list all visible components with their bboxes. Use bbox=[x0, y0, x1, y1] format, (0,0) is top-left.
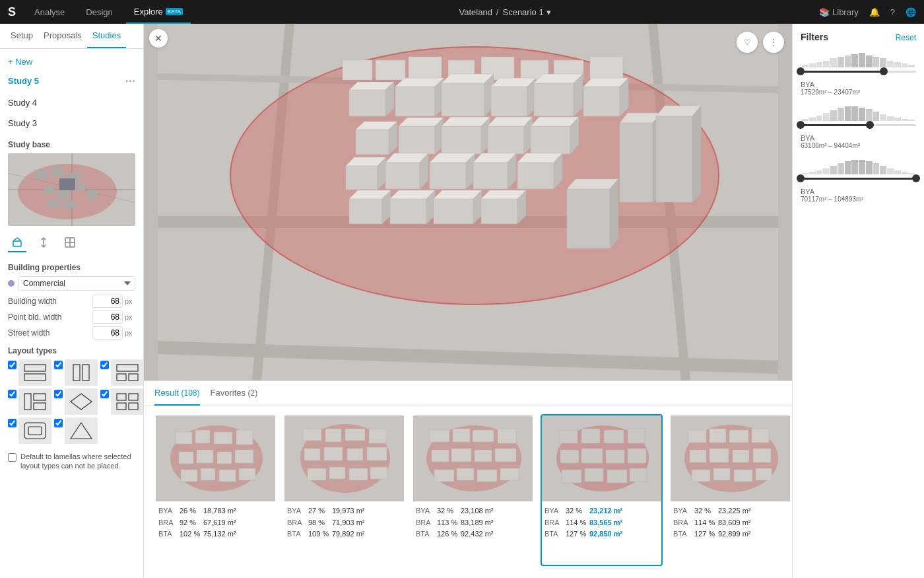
result-card-2[interactable]: BYA32 %23,108 m² BRA113 %83,189 m² BTA12… bbox=[412, 414, 534, 566]
nav-analyse[interactable]: Analyse bbox=[26, 0, 73, 24]
layout-checkbox-2[interactable] bbox=[100, 361, 109, 369]
svg-rect-185 bbox=[733, 450, 749, 462]
favorite-button[interactable]: ♡ bbox=[737, 32, 758, 53]
more-options-button[interactable]: ⋮ bbox=[763, 32, 784, 53]
results-grid: BYA26 %18,783 m² BRA92 %67,619 m² BTA102… bbox=[144, 406, 792, 574]
study-item-5[interactable]: Study 5 ⋯ bbox=[8, 69, 135, 92]
svg-rect-143 bbox=[347, 449, 363, 460]
result-card-img-1 bbox=[284, 415, 404, 501]
view-height-icon[interactable] bbox=[34, 234, 53, 252]
svg-marker-119 bbox=[567, 179, 618, 189]
building-type-color bbox=[8, 280, 15, 287]
svg-rect-45 bbox=[376, 60, 405, 80]
svg-rect-127 bbox=[179, 452, 193, 464]
svg-rect-22 bbox=[73, 365, 80, 380]
scenario-selector[interactable]: Scenario 1 ▾ bbox=[502, 7, 550, 17]
building-width-input[interactable] bbox=[92, 295, 123, 308]
study-menu-dots[interactable]: ⋯ bbox=[125, 75, 135, 87]
library-button[interactable]: 📚 Library bbox=[819, 7, 859, 17]
close-panel-button[interactable]: ✕ bbox=[149, 29, 168, 48]
layout-checkbox-6[interactable] bbox=[8, 419, 16, 427]
svg-rect-28 bbox=[34, 394, 46, 400]
layout-item-4 bbox=[54, 388, 98, 415]
new-study-button[interactable]: + New bbox=[8, 54, 135, 69]
building-width-unit: px bbox=[125, 297, 135, 305]
svg-rect-134 bbox=[239, 468, 255, 480]
notifications-button[interactable]: 🔔 bbox=[869, 7, 880, 17]
study-base-map[interactable] bbox=[8, 153, 135, 226]
svg-rect-174 bbox=[585, 468, 603, 482]
map-area[interactable]: ✕ bbox=[144, 24, 792, 380]
tab-setup[interactable]: Setup bbox=[5, 24, 38, 48]
default-lamellas-checkbox[interactable] bbox=[8, 453, 16, 462]
svg-rect-123 bbox=[176, 432, 192, 444]
svg-rect-148 bbox=[370, 467, 387, 479]
help-button[interactable]: ? bbox=[890, 7, 895, 17]
svg-rect-159 bbox=[434, 470, 454, 482]
svg-rect-61 bbox=[491, 87, 527, 116]
filter-label-1: BYA bbox=[801, 134, 916, 142]
svg-rect-124 bbox=[195, 430, 210, 443]
view-3d-icon[interactable] bbox=[8, 234, 26, 252]
result-card-data-2: BYA32 %23,108 m² BRA113 %83,189 m² BTA12… bbox=[413, 501, 533, 543]
study-item-3[interactable]: Study 3 bbox=[8, 113, 135, 133]
layout-item-7 bbox=[54, 417, 98, 444]
svg-rect-176 bbox=[630, 468, 647, 482]
tab-proposals[interactable]: Proposals bbox=[38, 24, 87, 48]
layout-checkbox-3[interactable] bbox=[8, 390, 16, 398]
svg-rect-94 bbox=[473, 163, 508, 189]
default-lamellas-label: Default to lamellas where selected layou… bbox=[20, 452, 135, 471]
svg-rect-58 bbox=[442, 83, 484, 116]
svg-rect-5 bbox=[34, 170, 48, 179]
layout-thumb-7 bbox=[65, 417, 98, 444]
top-navigation: S Analyse Design Explore BETA Vateland /… bbox=[0, 0, 924, 24]
point-bld-width-input[interactable] bbox=[92, 310, 123, 324]
result-card-0[interactable]: BYA26 %18,783 m² BRA92 %67,619 m² BTA102… bbox=[154, 414, 277, 566]
result-card-3[interactable]: BYA32 %23,212 m² BRA114 %83,565 m² BTA12… bbox=[541, 414, 663, 566]
tab-favorites[interactable]: Favorites (2) bbox=[211, 381, 258, 406]
filter-range-2: 70117m² – 104893m² bbox=[801, 196, 916, 203]
layout-thumb-5 bbox=[111, 388, 143, 415]
layout-checkbox-1[interactable] bbox=[54, 361, 63, 369]
svg-rect-183 bbox=[690, 450, 706, 462]
layout-thumb-3 bbox=[18, 388, 51, 415]
svg-rect-31 bbox=[129, 394, 138, 400]
study-item-4[interactable]: Study 4 bbox=[8, 92, 135, 113]
svg-rect-157 bbox=[475, 450, 492, 462]
svg-rect-46 bbox=[409, 57, 442, 80]
favorites-count: (2) bbox=[248, 388, 258, 398]
building-props-title: Building properties bbox=[8, 263, 135, 272]
svg-rect-109 bbox=[390, 199, 426, 224]
nav-explore[interactable]: Explore BETA bbox=[126, 0, 191, 24]
svg-marker-105 bbox=[692, 106, 701, 202]
tab-results[interactable]: Result (108) bbox=[154, 381, 200, 406]
svg-rect-106 bbox=[349, 199, 382, 224]
tab-studies[interactable]: Studies bbox=[87, 24, 126, 48]
result-card-1[interactable]: BYA27 %19,973 m² BRA98 %71,903 m² BTA109… bbox=[283, 414, 405, 566]
layout-checkbox-4[interactable] bbox=[54, 390, 63, 398]
svg-rect-160 bbox=[457, 468, 474, 480]
filter-reset-button[interactable]: Reset bbox=[896, 33, 916, 42]
street-width-input[interactable] bbox=[92, 326, 123, 340]
layout-checkbox-7[interactable] bbox=[54, 419, 63, 427]
nav-design[interactable]: Design bbox=[78, 0, 120, 24]
project-name[interactable]: Vateland bbox=[459, 7, 492, 17]
app-logo: S bbox=[8, 5, 16, 19]
layout-thumb-4 bbox=[65, 388, 98, 415]
svg-rect-85 bbox=[346, 166, 378, 190]
view-plan-icon[interactable] bbox=[61, 234, 79, 252]
svg-rect-27 bbox=[24, 394, 31, 410]
layout-checkbox-0[interactable] bbox=[8, 361, 16, 369]
svg-rect-146 bbox=[329, 467, 345, 479]
language-button[interactable]: 🌐 bbox=[906, 7, 916, 17]
svg-rect-73 bbox=[399, 126, 435, 154]
result-card-4[interactable]: BYA32 %23,225 m² BRA114 %83,609 m² BTA12… bbox=[669, 414, 791, 566]
svg-rect-11 bbox=[87, 190, 98, 199]
svg-rect-158 bbox=[495, 449, 516, 462]
layout-thumb-0 bbox=[18, 359, 51, 386]
svg-rect-25 bbox=[117, 374, 126, 380]
svg-rect-154 bbox=[498, 429, 516, 443]
building-type-select[interactable]: Commercial bbox=[18, 276, 135, 291]
svg-rect-172 bbox=[628, 449, 646, 463]
layout-checkbox-5[interactable] bbox=[100, 390, 109, 398]
